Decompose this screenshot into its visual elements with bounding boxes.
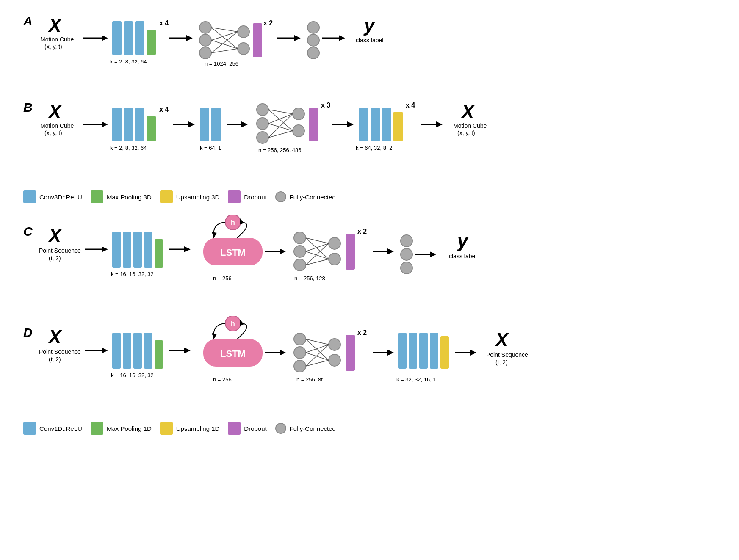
c-lstm-h-text: h: [231, 219, 235, 226]
legend-fc-ab-circle: [275, 191, 286, 202]
out-fc-3: [307, 47, 319, 59]
svg-marker-17: [102, 246, 108, 252]
section-d-t2: (t, 2): [49, 356, 61, 363]
c-fc-r2: [329, 253, 340, 265]
fc-node-l2: [199, 34, 211, 46]
section-c-x-label: X: [47, 225, 62, 246]
b-conv-bar-6: [359, 108, 368, 141]
d-out-bar-yellow: [440, 336, 449, 369]
arrow-3-head: [294, 35, 301, 41]
b-k-label-3: k = 64, 32, 8, 2: [356, 145, 392, 151]
section-d-t2-out: (t, 2): [495, 359, 508, 366]
d-lstm-n-label: n = 256: [213, 376, 232, 383]
b-dropout-bar: [309, 108, 318, 141]
conn-6: [211, 49, 238, 53]
d-n-label: n = 256, 8t: [296, 376, 323, 383]
b-fc-r1: [293, 108, 304, 120]
legend-fc-cd: Fully-Connected: [275, 423, 336, 434]
svg-line-6: [268, 110, 293, 114]
legend-dropout-cd-box: [228, 422, 241, 435]
b-mult-x4-2: x 4: [406, 102, 415, 109]
section-c-wrapper: C X Point Sequence (t, 2) k = 16, 16, 32…: [17, 215, 722, 314]
section-d-x-out: X: [494, 329, 509, 350]
legend-upsamp3d-label: Upsampling 3D: [176, 193, 220, 201]
svg-line-7: [268, 110, 293, 131]
d-fc-r2: [329, 354, 340, 366]
conn-4: [211, 40, 238, 49]
section-c-svg: C X Point Sequence (t, 2) k = 16, 16, 32…: [17, 215, 720, 312]
mult-x2-a: x 2: [263, 19, 273, 27]
section-d-label: D: [23, 326, 33, 339]
c-out-fc-2: [401, 248, 412, 260]
svg-marker-37: [280, 350, 286, 356]
section-d-wrapper: D X Point Sequence (t, 2) k = 16, 16, 32…: [17, 316, 722, 415]
section-b-motion-cube-2: Motion Cube: [453, 122, 487, 129]
legend-maxpool3d-label: Max Pooling 3D: [107, 193, 152, 201]
conv-bar-1: [112, 21, 122, 55]
c-bar-1: [112, 232, 121, 268]
b-conv-bar-5: [211, 108, 221, 141]
section-c-y-label: y: [457, 231, 469, 251]
legend-fc-ab: Fully-Connected: [275, 191, 336, 202]
c-fc-l2: [294, 246, 306, 257]
d-mult-x2: x 2: [357, 329, 367, 336]
fc-node-l3: [199, 47, 211, 59]
d-bar-green: [155, 340, 163, 369]
svg-marker-1: [102, 121, 108, 127]
legend-conv1d-label: Conv1D::ReLU: [39, 425, 82, 432]
section-a-svg: A X Motion Cube (x, y, t) x 4 k = 2, 8, …: [17, 8, 720, 91]
b-conv-bar-yellow: [393, 112, 403, 141]
section-b-xy-t: (x, y, t): [44, 130, 62, 136]
svg-line-24: [306, 243, 329, 251]
d-out-bar-1: [398, 333, 407, 369]
legend-fc-ab-label: Fully-Connected: [290, 193, 336, 201]
d-out-bar-3: [419, 333, 428, 369]
b-k-label-1: k = 2, 8, 32, 64: [110, 145, 147, 151]
c-fc-r1: [329, 237, 340, 249]
section-b-motion-cube-1: Motion Cube: [40, 122, 74, 129]
c-lstm-text: LSTM: [220, 247, 246, 258]
d-out-bar-4: [430, 333, 438, 369]
legend-conv1d: Conv1D::ReLU: [23, 422, 82, 435]
b-k-label-2: k = 64, 1: [200, 145, 221, 151]
section-a-wrapper: A X Motion Cube (x, y, t) x 4 k = 2, 8, …: [17, 8, 722, 93]
svg-marker-19: [184, 246, 191, 252]
svg-line-8: [268, 114, 293, 124]
c-out-fc-3: [401, 262, 412, 274]
legend-maxpool1d-box: [91, 422, 103, 435]
d-bar-1: [112, 333, 121, 369]
svg-marker-3: [188, 121, 195, 127]
legend-upsamp1d: Upsampling 1D: [160, 422, 220, 435]
d-fc-l2: [294, 347, 306, 359]
fc-node-l1: [199, 22, 211, 33]
b-mult-x3: x 3: [321, 102, 330, 109]
legend-conv3d: Conv3D::ReLU: [23, 190, 82, 203]
section-a-y-label: y: [363, 15, 376, 36]
section-d-svg: D X Point Sequence (t, 2) k = 16, 16, 32…: [17, 316, 720, 413]
conv-bar-3: [135, 21, 144, 55]
c-fc-l3: [294, 259, 306, 271]
svg-line-41: [306, 353, 329, 360]
d-k-label-1: k = 16, 16, 32, 32: [111, 372, 154, 378]
b-conv-bar-2: [124, 108, 133, 141]
b-fc-r2: [293, 125, 304, 137]
d-lstm-back-arc: [213, 323, 225, 339]
section-d-point-seq-out: Point Sequence: [486, 351, 528, 358]
legend-dropout-ab-box: [228, 190, 241, 203]
legend-upsamp3d-box: [160, 190, 173, 203]
svg-line-25: [306, 251, 329, 259]
c-mult-x2: x 2: [357, 228, 367, 235]
c-fc-l1: [294, 232, 306, 244]
c-lstm-n-label: n = 256: [213, 275, 232, 281]
legend-maxpool3d-box: [91, 190, 103, 203]
legend-upsamp1d-label: Upsampling 1D: [176, 425, 220, 432]
svg-marker-21: [280, 248, 286, 254]
section-a-class-label: class label: [356, 37, 383, 44]
d-fc-l3: [294, 360, 306, 372]
section-a-xy-t: (x, y, t): [44, 43, 62, 50]
d-lstm-text: LSTM: [220, 348, 246, 359]
conv-bar-green: [147, 30, 156, 55]
legend-upsamp1d-box: [160, 422, 173, 435]
arrow-2-head: [186, 35, 193, 41]
section-c-point-seq: Point Sequence: [39, 247, 81, 254]
